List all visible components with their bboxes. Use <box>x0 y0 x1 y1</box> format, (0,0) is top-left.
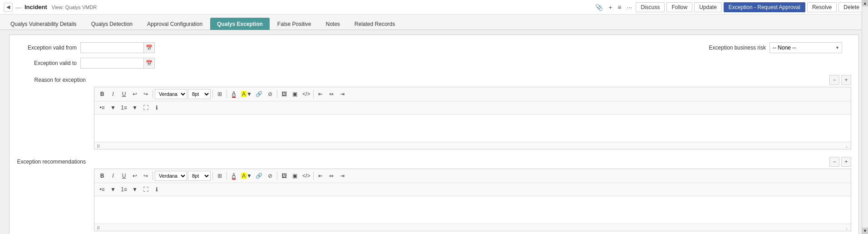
rec-fontcolor-btn[interactable]: A <box>229 171 239 181</box>
rec-font-select[interactable]: Verdana <box>155 171 187 181</box>
reason-editor-footer: p ⌞ <box>94 142 851 149</box>
rec-info-btn[interactable]: ℹ <box>152 184 162 194</box>
reason-fontcolor-btn[interactable]: A <box>229 89 239 99</box>
recommendations-maximize-btn[interactable]: + <box>841 157 851 167</box>
tb-sep3 <box>227 90 227 98</box>
header-bar: ◀ — Incident View: Qualys VMDR 📎 + ≡ ···… <box>0 0 868 15</box>
reason-toolbar-row2: •≡ ▼ 1≡ ▼ ⛶ ℹ <box>94 101 851 115</box>
reason-align-left-btn[interactable]: ⇤ <box>316 89 326 99</box>
rec-image-btn[interactable]: 🖼 <box>279 171 289 181</box>
resolve-button[interactable]: Resolve <box>807 2 837 12</box>
business-risk-select-wrapper: -- None -- Low Medium High <box>769 42 842 53</box>
discuss-button[interactable]: Discuss <box>636 2 665 12</box>
tab-approval-configuration[interactable]: Approval Configuration <box>140 18 209 30</box>
tb-rec-sep3 <box>227 172 227 180</box>
reason-bold-btn[interactable]: B <box>97 89 107 99</box>
reason-underline-btn[interactable]: U <box>119 89 129 99</box>
reason-font-select[interactable]: Verdana <box>155 89 187 99</box>
rec-code-btn[interactable]: </> <box>301 171 311 181</box>
page-title: Incident <box>25 4 47 10</box>
rec-unlink-btn[interactable]: ⊘ <box>265 171 275 181</box>
recommendations-editor-body[interactable] <box>94 196 851 224</box>
recommendations-resize-handle[interactable]: ⌞ <box>846 225 848 230</box>
reason-ol-btn[interactable]: 1≡ <box>119 103 129 113</box>
rec-align-center-btn[interactable]: ⇔ <box>326 171 336 181</box>
tb-sep1 <box>153 90 153 98</box>
rec-ul-btn[interactable]: •≡ <box>97 184 107 194</box>
rec-link-btn[interactable]: 🔗 <box>254 171 264 181</box>
reason-block-btn[interactable]: ▣ <box>290 89 300 99</box>
reason-code-btn[interactable]: </> <box>301 89 311 99</box>
back-button[interactable]: ◀ <box>4 3 13 12</box>
header-divider: — <box>15 4 22 11</box>
rec-redo-btn[interactable]: ↪ <box>141 171 151 181</box>
reason-size-select[interactable]: 8pt <box>188 89 211 99</box>
reason-image-btn[interactable]: 🖼 <box>279 89 289 99</box>
scroll-down-arrow[interactable]: ▼ <box>862 228 868 234</box>
attach-icon-btn[interactable]: 📎 <box>593 3 605 12</box>
rec-table-btn[interactable]: ⊞ <box>215 171 225 181</box>
reason-info-btn[interactable]: ℹ <box>152 103 162 113</box>
reason-resize-handle[interactable]: ⌞ <box>846 143 848 148</box>
update-button[interactable]: Update <box>694 2 722 12</box>
rec-block-btn[interactable]: ▣ <box>290 171 300 181</box>
rec-ol-dropdown-btn[interactable]: ▼ <box>130 184 140 194</box>
reason-italic-btn[interactable]: I <box>108 89 118 99</box>
recommendations-label: Exception recommendations <box>17 159 89 165</box>
reason-redo-btn[interactable]: ↪ <box>141 89 151 99</box>
recommendations-editor: B I U ↩ ↪ Verdana 8pt ⊞ <box>94 169 851 231</box>
reason-table-btn[interactable]: ⊞ <box>215 89 225 99</box>
recommendations-editor-section: Exception recommendations − + B I U ↩ ↪ <box>17 157 851 231</box>
form-panel: Exception valid from 📅 Exception busines… <box>9 35 859 234</box>
rec-expand-btn[interactable]: ⛶ <box>141 184 151 194</box>
list-icon-btn[interactable]: ≡ <box>616 3 623 12</box>
rec-align-right-btn[interactable]: ⇥ <box>337 171 347 181</box>
recommendations-editor-path: p <box>97 225 100 230</box>
tab-notes[interactable]: Notes <box>319 18 347 30</box>
reason-ol-dropdown-btn[interactable]: ▼ <box>130 103 140 113</box>
exception-valid-to-calendar-btn[interactable]: 📅 <box>144 58 155 69</box>
rec-underline-btn[interactable]: U <box>119 171 129 181</box>
scroll-up-arrow[interactable]: ▲ <box>862 0 868 6</box>
reason-ul-btn[interactable]: •≡ <box>97 103 107 113</box>
exception-request-button[interactable]: Exception - Request Approval <box>724 2 805 12</box>
reason-editor-body[interactable] <box>94 115 851 142</box>
reason-toolbar-row1: B I U ↩ ↪ Verdana 8pt ⊞ <box>94 87 851 101</box>
reason-editor-path: p <box>97 143 100 148</box>
rec-ol-btn[interactable]: 1≡ <box>119 184 129 194</box>
reason-expand-btn[interactable]: ⛶ <box>141 103 151 113</box>
business-risk-select[interactable]: -- None -- Low Medium High <box>769 42 842 53</box>
rec-align-left-btn[interactable]: ⇤ <box>316 171 326 181</box>
reason-link-btn[interactable]: 🔗 <box>254 89 264 99</box>
reason-undo-btn[interactable]: ↩ <box>130 89 140 99</box>
reason-unlink-btn[interactable]: ⊘ <box>265 89 275 99</box>
tab-related-records[interactable]: Related Records <box>348 18 402 30</box>
delete-button[interactable]: Delete <box>838 2 864 12</box>
rec-bold-btn[interactable]: B <box>97 171 107 181</box>
exception-valid-from-calendar-btn[interactable]: 📅 <box>144 42 155 53</box>
reason-highlight-btn[interactable]: A▼ <box>240 89 253 99</box>
exception-valid-to-input[interactable] <box>80 58 144 69</box>
reason-align-right-btn[interactable]: ⇥ <box>337 89 347 99</box>
reason-ul-dropdown-btn[interactable]: ▼ <box>108 103 118 113</box>
recommendations-minimize-btn[interactable]: − <box>829 157 839 167</box>
tab-qualys-detection[interactable]: Qualys Detection <box>84 18 139 30</box>
rec-ul-dropdown-btn[interactable]: ▼ <box>108 184 118 194</box>
reason-maximize-btn[interactable]: + <box>841 75 851 85</box>
tabs-bar: Qualys Vulnerability Details Qualys Dete… <box>0 15 868 30</box>
rec-size-select[interactable]: 8pt <box>188 171 211 181</box>
follow-button[interactable]: Follow <box>666 2 692 12</box>
exception-valid-from-input[interactable] <box>80 42 144 53</box>
tab-qualys-exception[interactable]: Qualys Exception <box>210 18 270 30</box>
rec-highlight-btn[interactable]: A▼ <box>240 171 253 181</box>
tb-sep4 <box>277 90 277 98</box>
exception-valid-to-label: Exception valid to <box>17 60 80 66</box>
more-options-btn[interactable]: ··· <box>625 3 634 12</box>
tab-false-positive[interactable]: False Positive <box>271 18 318 30</box>
rec-undo-btn[interactable]: ↩ <box>130 171 140 181</box>
reason-minimize-btn[interactable]: − <box>829 75 839 85</box>
rec-italic-btn[interactable]: I <box>108 171 118 181</box>
add-icon-btn[interactable]: + <box>607 3 614 12</box>
reason-align-center-btn[interactable]: ⇔ <box>326 89 336 99</box>
tab-qualys-vulnerability[interactable]: Qualys Vulnerability Details <box>4 18 84 30</box>
